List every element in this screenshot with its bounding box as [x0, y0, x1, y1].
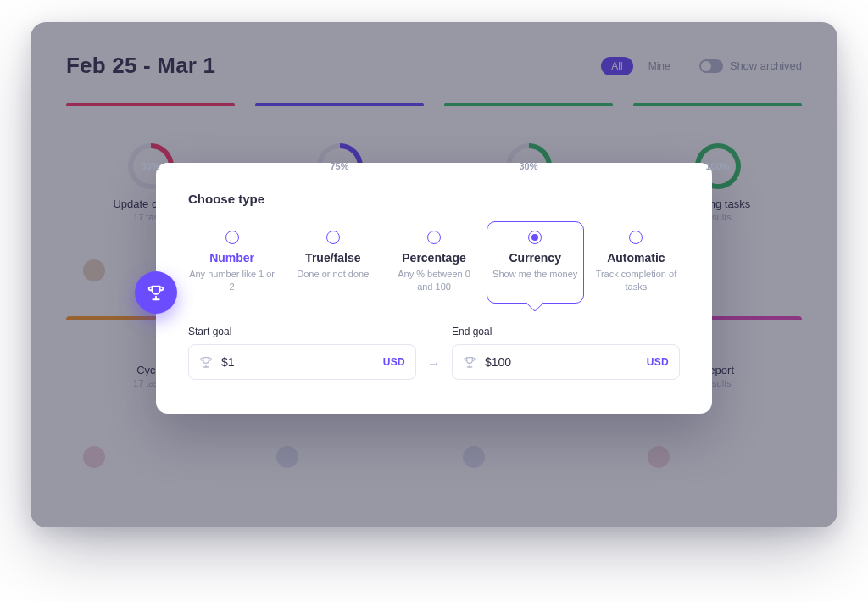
end-goal-input[interactable] — [485, 355, 638, 369]
type-option-label: True/false — [290, 251, 376, 265]
progress-ring: 30% — [506, 143, 552, 189]
end-goal-field: End goal USD — [452, 326, 680, 380]
progress-ring: 100% — [695, 143, 741, 189]
end-goal-currency-suffix: USD — [647, 356, 669, 368]
progress-ring-label: 75% — [317, 143, 363, 189]
progress-ring: 30% — [128, 143, 174, 189]
start-goal-label: Start goal — [188, 326, 416, 337]
progress-ring-label: 100% — [695, 143, 741, 189]
type-option-truefalse[interactable]: True/false Done or not done — [284, 221, 381, 304]
start-goal-input[interactable] — [221, 355, 375, 369]
start-goal-currency-suffix: USD — [383, 356, 405, 368]
radio-icon — [427, 231, 441, 244]
type-option-label: Automatic — [593, 251, 679, 265]
end-goal-label: End goal — [452, 326, 680, 337]
type-option-row: Number Any number like 1 or 2 True/false… — [183, 221, 685, 304]
radio-icon — [629, 231, 643, 244]
trophy-icon — [463, 355, 476, 369]
type-option-desc: Done or not done — [290, 268, 376, 281]
start-goal-field: Start goal USD — [188, 326, 416, 380]
type-option-automatic[interactable]: Automatic Track completion of tasks — [587, 221, 685, 304]
type-option-desc: Show me the money — [492, 268, 578, 281]
type-option-desc: Any number like 1 or 2 — [189, 268, 275, 293]
progress-ring-label: 30% — [128, 143, 174, 189]
type-option-label: Percentage — [391, 251, 476, 265]
type-option-label: Currency — [492, 251, 578, 265]
progress-ring: 75% — [317, 143, 363, 189]
radio-icon — [225, 231, 239, 244]
goal-inputs: Start goal USD → End goal — [188, 326, 680, 380]
modal-title: Choose type — [188, 192, 680, 206]
radio-icon — [528, 231, 542, 244]
progress-ring-label: 30% — [506, 143, 552, 189]
type-option-percentage[interactable]: Percentage Any % between 0 and 100 — [385, 221, 482, 304]
trophy-icon — [199, 355, 213, 369]
choose-type-modal: Choose type Number Any number like 1 or … — [156, 163, 712, 415]
radio-icon — [326, 231, 340, 244]
type-option-desc: Track completion of tasks — [593, 268, 679, 293]
type-option-currency[interactable]: Currency Show me the money — [487, 221, 584, 304]
type-option-desc: Any % between 0 and 100 — [391, 268, 476, 293]
type-option-label: Number — [189, 251, 275, 265]
arrow-right-icon: → — [425, 356, 443, 380]
start-goal-input-wrap[interactable]: USD — [188, 344, 416, 380]
trophy-fab-icon — [135, 271, 177, 314]
type-option-number[interactable]: Number Any number like 1 or 2 — [183, 221, 281, 304]
app-page: Feb 25 - Mar 1 All Mine Show archived 30… — [31, 22, 837, 527]
end-goal-input-wrap[interactable]: USD — [452, 344, 680, 380]
